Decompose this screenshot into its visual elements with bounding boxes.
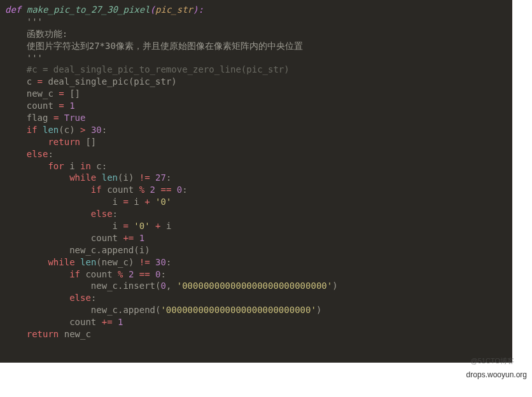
def-keyword: def (5, 4, 21, 15)
doc-line2: 使图片字符达到27*30像素，并且使原始图像在像素矩阵内的中央位置 (27, 41, 303, 51)
code-block: def make_pic_to_27_30_pixel(pic_str): ''… (0, 0, 512, 363)
func-name: make_pic_to_27_30_pixel (27, 4, 150, 15)
source-text: drops.wooyun.org (466, 370, 527, 379)
comment: #c = deal_single_pic_to_remove_zero_line… (27, 64, 290, 74)
doc-line1: 函数功能: (27, 29, 67, 39)
watermark-text: @51CTO博客 (471, 356, 514, 366)
code-content: def make_pic_to_27_30_pixel(pic_str): ''… (5, 4, 507, 340)
